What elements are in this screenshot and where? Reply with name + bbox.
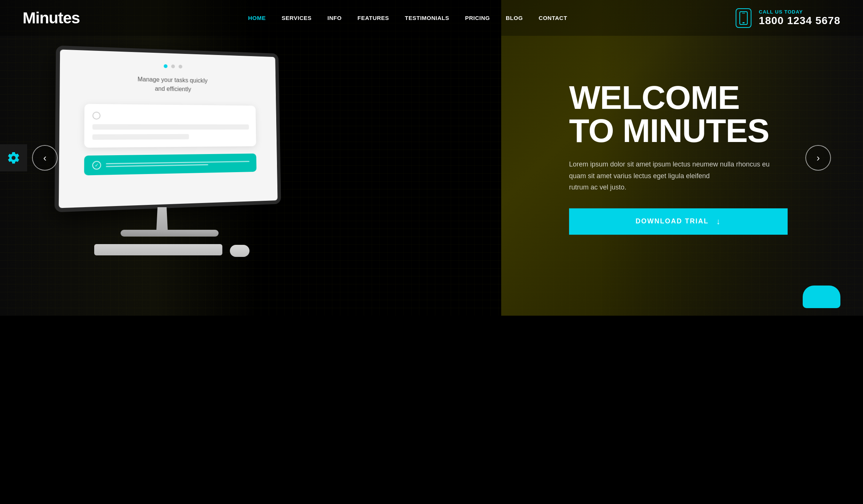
btn-line-1 bbox=[106, 161, 249, 164]
hero-title-line1: WELCOME bbox=[569, 79, 740, 116]
right-arrow-icon: › bbox=[817, 152, 820, 164]
slider-prev-button[interactable]: ‹ bbox=[32, 145, 58, 171]
nav-blog[interactable]: BLOG bbox=[506, 15, 523, 21]
dot-1 bbox=[164, 64, 167, 68]
hero-title-line2: TO MINUTES bbox=[569, 112, 769, 149]
slider-next-button[interactable]: › bbox=[805, 145, 831, 171]
navbar: Minutes HOME SERVICES INFO FEATURES TEST… bbox=[0, 0, 863, 36]
download-trial-button[interactable]: DOWNLOAD TRIAL ↓ bbox=[569, 208, 788, 235]
screen-dots bbox=[164, 64, 182, 69]
download-trial-label: DOWNLOAD TRIAL bbox=[636, 217, 709, 225]
btn-lines bbox=[106, 161, 249, 167]
phone-number: 1800 1234 5678 bbox=[759, 15, 840, 27]
dot-2 bbox=[171, 64, 175, 68]
svg-rect-2 bbox=[742, 13, 745, 14]
monitor-neck bbox=[151, 207, 173, 230]
svg-rect-1 bbox=[742, 22, 745, 23]
hero-content: WELCOME TO MINUTES Lorem ipsum dolor sit… bbox=[569, 81, 788, 235]
screen-text: Manage your tasks quicklyand efficiently bbox=[138, 75, 208, 94]
hero-section: Minutes HOME SERVICES INFO FEATURES TEST… bbox=[0, 0, 863, 316]
nav-services[interactable]: SERVICES bbox=[282, 15, 312, 21]
gear-panel[interactable] bbox=[0, 144, 27, 171]
phone-info: CALL US TODAY 1800 1234 5678 bbox=[759, 9, 840, 27]
phone-icon bbox=[736, 8, 751, 28]
download-icon: ↓ bbox=[716, 217, 721, 226]
monitor-base bbox=[121, 230, 219, 237]
sneaker-decoration bbox=[803, 286, 840, 308]
btn-check-icon: ✓ bbox=[92, 161, 101, 170]
mouse bbox=[230, 245, 249, 257]
monitor-screen: Manage your tasks quicklyand efficiently… bbox=[59, 49, 278, 208]
nav-contact[interactable]: CONTACT bbox=[539, 15, 567, 21]
nav-info[interactable]: INFO bbox=[327, 15, 342, 21]
screen-input-2 bbox=[92, 134, 189, 140]
dot-3 bbox=[179, 65, 182, 69]
nav-pricing[interactable]: PRICING bbox=[465, 15, 490, 21]
hero-description: Lorem ipsum dolor sit amet ipsum lectus … bbox=[569, 159, 788, 193]
screen-input-1 bbox=[92, 124, 249, 130]
gear-icon bbox=[7, 151, 20, 165]
nav-testimonials[interactable]: TESTIMONIALS bbox=[405, 15, 449, 21]
call-label: CALL US TODAY bbox=[759, 9, 840, 15]
monitor-mockup: Manage your tasks quicklyand efficiently… bbox=[38, 34, 301, 283]
nav-links: HOME SERVICES INFO FEATURES TESTIMONIALS… bbox=[248, 15, 567, 21]
nav-home[interactable]: HOME bbox=[248, 15, 266, 21]
nav-features[interactable]: FEATURES bbox=[358, 15, 389, 21]
left-arrow-icon: ‹ bbox=[43, 152, 47, 164]
nav-contact-info: CALL US TODAY 1800 1234 5678 bbox=[736, 8, 840, 28]
monitor-body: Manage your tasks quicklyand efficiently… bbox=[55, 46, 281, 212]
keyboard bbox=[94, 244, 222, 255]
screen-circle bbox=[92, 112, 100, 120]
site-logo: Minutes bbox=[23, 9, 80, 27]
screen-card bbox=[84, 104, 256, 148]
btn-line-2 bbox=[106, 164, 208, 167]
screen-cta-button: ✓ bbox=[84, 153, 257, 175]
hero-title: WELCOME TO MINUTES bbox=[569, 81, 788, 147]
